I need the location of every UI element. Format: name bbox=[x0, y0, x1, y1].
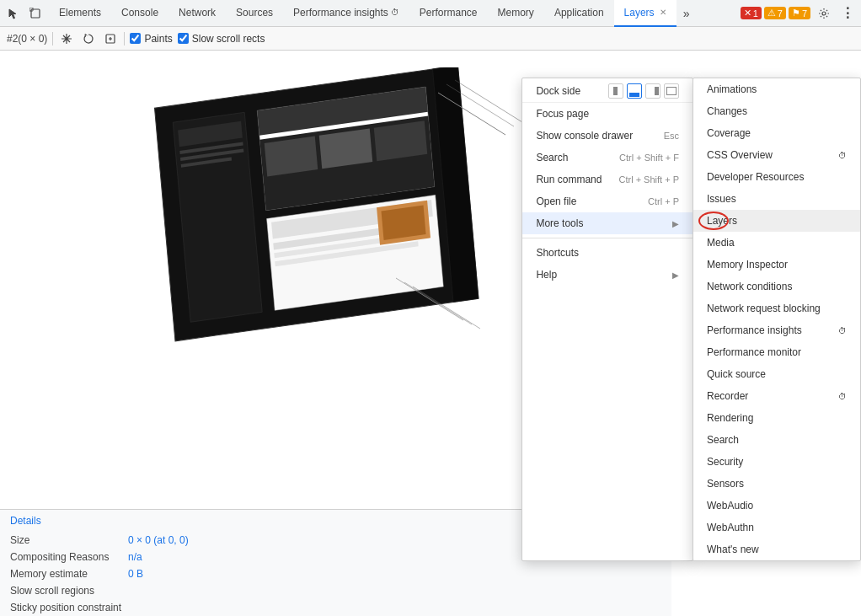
focus-page-item[interactable]: Focus page bbox=[522, 103, 693, 125]
rotate-icon[interactable] bbox=[80, 30, 97, 47]
show-console-drawer-label: Show console drawer bbox=[536, 130, 633, 142]
info-icon: ⚑ bbox=[792, 8, 800, 19]
svg-rect-10 bbox=[374, 121, 427, 161]
open-file-shortcut: Ctrl + P bbox=[648, 196, 679, 206]
performance-insights-icon: ⏱ bbox=[391, 8, 399, 17]
settings-menu: Dock side bbox=[521, 78, 693, 561]
shortcuts-item[interactable]: Shortcuts bbox=[522, 238, 693, 264]
settings-button[interactable] bbox=[814, 3, 834, 24]
inspect-icon[interactable] bbox=[25, 3, 45, 24]
search-label: Search bbox=[536, 152, 568, 163]
open-file-item[interactable]: Open file Ctrl + P bbox=[522, 190, 693, 212]
tab-sources[interactable]: Sources bbox=[226, 0, 283, 27]
security-item[interactable]: Security bbox=[693, 451, 860, 473]
focus-page-label: Focus page bbox=[536, 108, 589, 120]
tab-bar-icons bbox=[3, 3, 45, 24]
slow-scroll-rects-checkbox-label[interactable]: Slow scroll rects bbox=[178, 33, 265, 45]
webauthn-item[interactable]: WebAuthn bbox=[693, 517, 860, 538]
dock-left-icon[interactable] bbox=[608, 83, 623, 99]
toolbar-divider-1 bbox=[52, 32, 53, 46]
more-options-button[interactable]: ⋮ bbox=[837, 3, 858, 24]
paints-checkbox-label[interactable]: Paints bbox=[130, 33, 172, 45]
changes-item[interactable]: Changes bbox=[693, 100, 860, 122]
help-label: Help bbox=[536, 269, 557, 281]
recorder-icon: ⏱ bbox=[838, 392, 847, 401]
tab-network[interactable]: Network bbox=[168, 0, 226, 27]
sticky-label: Sticky position constraint bbox=[10, 602, 121, 613]
more-tabs-button[interactable]: » bbox=[676, 3, 697, 24]
run-command-item[interactable]: Run command Ctrl + Shift + P bbox=[522, 169, 693, 190]
more-tools-submenu: Animations Changes Coverage CSS Overview… bbox=[693, 78, 861, 561]
show-console-drawer-item[interactable]: Show console drawer Esc bbox=[522, 125, 693, 147]
info-badge[interactable]: ⚑ 7 bbox=[789, 7, 810, 19]
layers-visualization bbox=[17, 67, 539, 455]
layers-toolbar: #2(0 × 0) Paints Slow scrol bbox=[0, 27, 861, 51]
developer-resources-item[interactable]: Developer Resources bbox=[693, 166, 860, 188]
layers-item[interactable]: Layers bbox=[693, 210, 860, 232]
tab-console[interactable]: Console bbox=[111, 0, 168, 27]
webaudio-item[interactable]: WebAudio bbox=[693, 495, 860, 517]
details-sticky-row: Sticky position constraint bbox=[0, 599, 671, 616]
issues-item[interactable]: Issues bbox=[693, 188, 860, 210]
badges-row: ✕ 1 ⚠ 7 ⚑ 7 bbox=[741, 7, 810, 19]
tab-elements[interactable]: Elements bbox=[49, 0, 111, 27]
devtools-window: Elements Console Network Sources Perform… bbox=[0, 0, 861, 616]
svg-line-26 bbox=[455, 80, 522, 122]
css-overview-icon: ⏱ bbox=[838, 151, 847, 160]
memory-inspector-item[interactable]: Memory Inspector bbox=[693, 254, 860, 276]
quick-source-item[interactable]: Quick source bbox=[693, 363, 860, 385]
memory-label: Memory estimate bbox=[10, 568, 128, 580]
network-request-blocking-item[interactable]: Network request blocking bbox=[693, 297, 860, 319]
perf-insights-item[interactable]: Performance insights ⏱ bbox=[693, 319, 860, 341]
slow-scroll-rects-checkbox[interactable] bbox=[178, 33, 189, 44]
dock-bottom-icon[interactable] bbox=[627, 83, 642, 99]
rendering-item[interactable]: Rendering bbox=[693, 407, 860, 429]
dock-side-item: Dock side bbox=[522, 78, 693, 103]
tab-layers[interactable]: Layers ✕ bbox=[614, 0, 676, 27]
search-tools-item[interactable]: Search bbox=[693, 429, 860, 451]
performance-monitor-item[interactable]: Performance monitor bbox=[693, 341, 860, 363]
whats-new-item[interactable]: What's new bbox=[693, 538, 860, 560]
error-badge[interactable]: ✕ 1 bbox=[741, 7, 762, 19]
perf-insights-icon: ⏱ bbox=[838, 326, 847, 335]
cursor-icon[interactable] bbox=[3, 3, 24, 24]
memory-value: 0 B bbox=[128, 568, 143, 580]
animations-item[interactable]: Animations bbox=[693, 78, 860, 100]
dropdown-menus: Dock side bbox=[521, 78, 861, 561]
slow-scroll-label: Slow scroll regions bbox=[10, 585, 94, 597]
pan-icon[interactable] bbox=[58, 30, 75, 47]
dock-right-icon[interactable] bbox=[645, 83, 660, 99]
svg-point-2 bbox=[822, 12, 826, 15]
reset-icon[interactable] bbox=[102, 30, 119, 47]
media-item[interactable]: Media bbox=[693, 232, 860, 254]
tab-performance-insights[interactable]: Performance insights ⏱ bbox=[283, 0, 409, 27]
more-tools-arrow: ▶ bbox=[672, 219, 679, 228]
undock-icon[interactable] bbox=[664, 83, 679, 99]
warning-badge[interactable]: ⚠ 7 bbox=[764, 7, 786, 19]
more-tools-item[interactable]: More tools ▶ bbox=[522, 212, 693, 234]
svg-rect-9 bbox=[319, 128, 372, 169]
run-command-shortcut: Ctrl + Shift + P bbox=[618, 174, 679, 185]
tab-memory[interactable]: Memory bbox=[488, 0, 544, 27]
size-label: Size bbox=[10, 534, 128, 546]
css-overview-item[interactable]: CSS Overview ⏱ bbox=[693, 144, 860, 166]
layer-info-label: #2(0 × 0) bbox=[7, 33, 47, 45]
search-item[interactable]: Search Ctrl + Shift + F bbox=[522, 147, 693, 169]
tab-bar-right: ✕ 1 ⚠ 7 ⚑ 7 ⋮ bbox=[741, 3, 858, 24]
shortcuts-label: Shortcuts bbox=[536, 247, 579, 259]
show-console-shortcut: Esc bbox=[664, 131, 679, 141]
sensors-item[interactable]: Sensors bbox=[693, 473, 860, 495]
coverage-item[interactable]: Coverage bbox=[693, 122, 860, 144]
dock-side-label: Dock side bbox=[536, 85, 580, 97]
tab-bar: Elements Console Network Sources Perform… bbox=[0, 0, 861, 27]
tab-application[interactable]: Application bbox=[544, 0, 614, 27]
network-conditions-item[interactable]: Network conditions bbox=[693, 276, 860, 297]
paints-checkbox[interactable] bbox=[130, 33, 141, 44]
main-content: Details Size 0 × 0 (at 0, 0) Compositing… bbox=[0, 51, 861, 616]
tab-close-layers[interactable]: ✕ bbox=[660, 8, 666, 17]
error-icon: ✕ bbox=[744, 8, 751, 19]
help-item[interactable]: Help ▶ bbox=[522, 264, 693, 286]
toolbar-divider-2 bbox=[124, 32, 125, 46]
recorder-item[interactable]: Recorder ⏱ bbox=[693, 385, 860, 407]
tab-performance[interactable]: Performance bbox=[409, 0, 488, 27]
